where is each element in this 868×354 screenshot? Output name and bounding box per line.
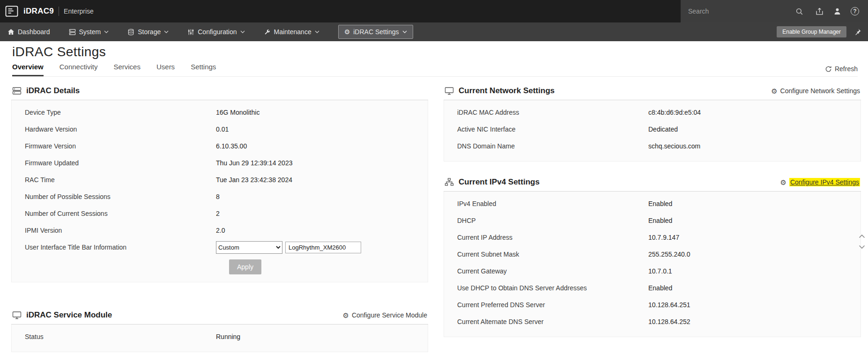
refresh-label: Refresh	[835, 65, 858, 73]
configure-service-module-link[interactable]: ⚙ Configure Service Module	[342, 311, 427, 319]
configure-ipv4-settings-link[interactable]: ⚙ Configure IPv4 Settings	[780, 178, 860, 186]
chevron-down-icon	[240, 30, 245, 33]
row-value: 0.01	[216, 125, 229, 133]
search-icon[interactable]	[795, 7, 803, 15]
help-glyph: ?	[851, 7, 859, 15]
row-value: Enabled	[648, 284, 672, 292]
row-value: 16G Monolithic	[216, 109, 260, 116]
server-details-icon	[12, 87, 22, 95]
detail-row: Number of Current Sessions 2	[12, 205, 428, 222]
nav-label: Dashboard	[18, 28, 50, 36]
panel-header: Current Network Settings ⚙ Configure Net…	[444, 82, 861, 100]
detail-row: Device Type 16G Monolithic	[12, 104, 428, 121]
row-label: Current Preferred DNS Server	[444, 301, 648, 309]
detail-row: IPMI Version 2.0	[12, 222, 428, 239]
nav-item-dashboard[interactable]: Dashboard	[7, 25, 50, 39]
tab-users[interactable]: Users	[156, 63, 175, 76]
tab-overview[interactable]: Overview	[12, 63, 44, 76]
monitor-icon	[445, 87, 454, 95]
row-value: Running	[216, 333, 240, 340]
panel-title: Current IPv4 Settings	[459, 177, 540, 187]
pin-icon[interactable]	[854, 28, 861, 36]
detail-row: Active NIC Interface Dedicated	[444, 121, 861, 138]
configure-label: Configure Network Settings	[780, 87, 860, 95]
nav-item-configuration[interactable]: Configuration	[187, 25, 245, 39]
nav-label: System	[79, 28, 101, 36]
panel-service-module: iDRAC Service Module ⚙ Configure Service…	[11, 307, 428, 352]
detail-row: Current IP Address 10.7.9.147	[444, 229, 861, 246]
export-icon[interactable]	[813, 5, 826, 18]
row-label: DHCP	[444, 217, 648, 224]
detail-row: Current Preferred DNS Server 10.128.64.2…	[444, 296, 861, 313]
row-value: 10.7.0.1	[648, 267, 672, 275]
nav-item-system[interactable]: System	[69, 25, 109, 39]
topbar-right: ?	[681, 0, 868, 22]
row-value: 8	[216, 193, 220, 200]
detail-row: IPv4 Enabled Enabled	[444, 195, 861, 212]
help-icon[interactable]: ?	[848, 5, 861, 18]
chevron-down-icon	[402, 30, 407, 33]
apply-row: Apply	[229, 259, 428, 274]
nav-item-storage[interactable]: Storage	[127, 25, 169, 39]
refresh-button[interactable]: Refresh	[825, 65, 858, 76]
row-label: Current Gateway	[444, 267, 648, 275]
detail-row: RAC Time Tue Jan 23 23:42:38 2024	[12, 171, 428, 188]
row-label: IPv4 Enabled	[444, 200, 648, 207]
panel-body: iDRAC MAC Address c8:4b:d6:9d:e5:04 Acti…	[444, 100, 861, 162]
nav-right: Enable Group Manager	[777, 26, 861, 37]
configure-network-settings-link[interactable]: ⚙ Configure Network Settings	[771, 87, 860, 95]
configure-label-highlighted: Configure IPv4 Settings	[789, 178, 860, 186]
nav-item-idrac-settings[interactable]: ⚙ iDRAC Settings	[338, 25, 413, 39]
row-label: Use DHCP to Obtain DNS Server Addresses	[444, 284, 648, 292]
detail-row: DHCP Enabled	[444, 212, 861, 229]
tab-connectivity[interactable]: Connectivity	[59, 63, 98, 76]
row-value: Tue Jan 23 23:42:38 2024	[216, 176, 292, 184]
nav-item-maintenance[interactable]: Maintenance	[264, 25, 319, 39]
detail-row: Current Alternate DNS Server 10.128.64.2…	[444, 313, 861, 330]
row-label: iDRAC MAC Address	[444, 109, 648, 116]
row-label: RAC Time	[12, 176, 216, 184]
row-value: Thu Jun 29 12:39:14 2023	[216, 159, 292, 167]
gear-icon: ⚙	[771, 88, 777, 95]
brand-name: iDRAC9	[23, 7, 54, 16]
title-bar-text-input[interactable]	[285, 242, 361, 253]
row-label: IPMI Version	[12, 227, 216, 234]
row-value: 2.0	[216, 227, 225, 234]
network-icon	[445, 178, 454, 186]
detail-row: Number of Possible Sessions 8	[12, 188, 428, 205]
nav-label: iDRAC Settings	[353, 28, 399, 36]
detail-row: Current Subnet Mask 255.255.240.0	[444, 246, 861, 263]
row-value: Dedicated	[648, 125, 678, 133]
row-value: 2	[216, 210, 220, 217]
row-label: Number of Possible Sessions	[12, 193, 216, 200]
configure-label: Configure Service Module	[352, 311, 427, 319]
tab-services[interactable]: Services	[113, 63, 141, 76]
row-value: 6.10.35.00	[216, 142, 247, 150]
title-bar-mode-select[interactable]: Custom	[216, 241, 282, 254]
search-input[interactable]	[681, 7, 795, 15]
scroll-up-icon[interactable]	[859, 234, 865, 238]
row-value: 10.128.64.251	[648, 301, 690, 309]
apply-button[interactable]: Apply	[229, 259, 261, 274]
panel-idrac-details: iDRAC Details Device Type 16G Monolithic…	[11, 82, 428, 282]
scroll-down-icon[interactable]	[859, 245, 865, 249]
content-columns: iDRAC Details Device Type 16G Monolithic…	[11, 82, 861, 352]
tab-settings[interactable]: Settings	[191, 63, 216, 76]
panel-title: iDRAC Details	[26, 86, 80, 96]
brand-divider	[59, 7, 59, 16]
detail-row: Status Running	[12, 328, 428, 345]
panel-title: Current Network Settings	[459, 86, 555, 96]
detail-row: Firmware Version 6.10.35.00	[12, 138, 428, 155]
main-content: iDRAC Settings Overview Connectivity Ser…	[0, 44, 868, 352]
row-value: Enabled	[648, 200, 672, 207]
row-value: 10.7.9.147	[648, 234, 679, 241]
top-bar: iDRAC9 Enterprise	[0, 0, 868, 22]
panel-network-settings: Current Network Settings ⚙ Configure Net…	[444, 82, 861, 162]
idrac-logo-icon	[5, 4, 19, 18]
gear-icon: ⚙	[342, 312, 349, 319]
user-icon[interactable]	[831, 5, 844, 18]
enable-group-manager-button[interactable]: Enable Group Manager	[777, 26, 846, 37]
gear-icon: ⚙	[780, 179, 786, 186]
brand-edition: Enterprise	[64, 7, 94, 15]
row-label: Status	[12, 333, 216, 340]
